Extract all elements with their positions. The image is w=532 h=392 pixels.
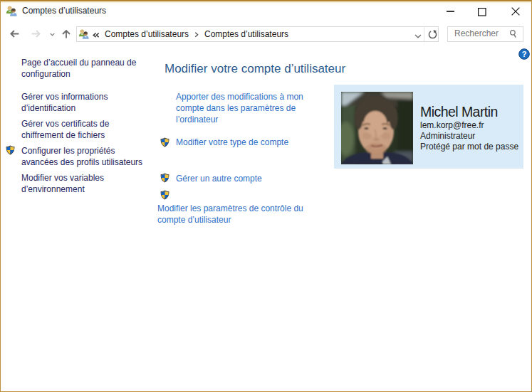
- svg-text:?: ?: [522, 50, 527, 58]
